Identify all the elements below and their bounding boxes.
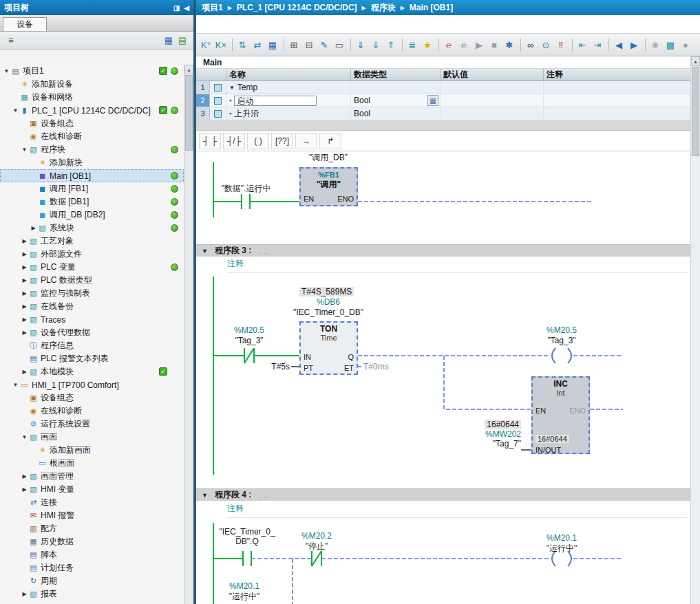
expander-open-icon[interactable]: ▼ [21, 434, 28, 440]
tree-item[interactable]: ◼调用 [FB1] [0, 182, 184, 195]
tree-item[interactable]: ▶▧PLC 数据类型 [0, 274, 184, 287]
expander-closed-icon[interactable]: ▶ [21, 264, 28, 270]
coil-tag-name[interactable]: "Tag_3" [534, 336, 589, 345]
expander-closed-icon[interactable]: ▶ [21, 486, 28, 493]
tree-item[interactable]: ◼数据 [DB1] [0, 195, 184, 208]
contact-tag-name-line2[interactable]: DB".Q [215, 537, 279, 546]
tree-item[interactable]: ✉HMI 报警 [0, 509, 184, 522]
tree-item[interactable]: ◉在线和诊断 [0, 405, 184, 418]
tree-item[interactable]: ⚙运行系统设置 [0, 418, 184, 431]
tab-devices[interactable]: 设备 [3, 17, 47, 31]
var-name-input[interactable]: 启动 [234, 96, 317, 106]
contact-tag-name-line1[interactable]: "IEC_Timer_0_ [215, 527, 279, 537]
scroll-up-icon[interactable]: ▲ [691, 56, 700, 66]
default-cell[interactable] [441, 107, 544, 120]
download-to-device-icon[interactable]: ⇓ [354, 37, 368, 52]
nc-contact-icon[interactable]: ┤/├ [223, 133, 245, 149]
editor-scrollbar[interactable]: ▲ [690, 56, 700, 604]
expander-closed-icon[interactable]: ▶ [21, 473, 28, 479]
tree-item[interactable]: ▦设备和网络 [0, 91, 184, 104]
tree-item[interactable]: ↻周期 [0, 574, 184, 587]
collapse-panel-icon[interactable]: ◀ [184, 4, 189, 12]
tree-item[interactable]: ▥配方 [0, 522, 184, 535]
expander-closed-icon[interactable]: ▶ [21, 251, 28, 257]
inc-block[interactable]: INC Int EN ENO 16#0644 IN/OUT [531, 376, 590, 454]
expander-closed-icon[interactable]: ▶ [21, 290, 28, 296]
expand-all-networks-icon[interactable]: ⊞ [287, 37, 301, 52]
network-collapse-icon[interactable]: ▼ [202, 248, 208, 255]
tree-item[interactable]: ▶▧外部源文件 [0, 248, 184, 261]
expander-open-icon[interactable]: ▼ [3, 68, 10, 74]
expander-closed-icon[interactable]: ▶ [30, 225, 37, 231]
tree-item[interactable]: ▶▧画面管理 [0, 470, 184, 483]
tree-scrollbar-thumb[interactable] [185, 75, 193, 151]
ladder-canvas[interactable]: "调用_DB" %FB1 "调用" EN ENO "数据".运行中 ▼ 程序段 … [196, 151, 690, 604]
contact-tag-name[interactable]: "Tag_3" [222, 336, 277, 345]
absolute-operands-icon[interactable]: K° [199, 37, 213, 52]
default-cell[interactable] [441, 81, 544, 94]
open-branch-icon[interactable]: → [295, 133, 317, 149]
collapse-all-networks-icon[interactable]: ⊟ [302, 37, 316, 52]
compile-icon[interactable]: ✱ [502, 37, 516, 52]
stop-cpu-icon[interactable]: ■ [487, 37, 501, 52]
force-values-icon[interactable]: ‼ [554, 37, 568, 52]
type-cell[interactable]: Bool ▦ [351, 94, 441, 107]
tree-item[interactable]: ▶▧报表 [0, 587, 184, 601]
coil-operand[interactable]: %M20.1 [534, 533, 589, 543]
tree-item[interactable]: ▶▧工艺对象 [0, 235, 184, 248]
contact-operand[interactable]: %M20.2 [289, 531, 344, 541]
tree-item[interactable]: ◼Main [OB1] [0, 169, 184, 182]
go-online-icon[interactable]: ℮ [442, 37, 456, 52]
expander-closed-icon[interactable]: ▶ [21, 303, 28, 310]
favorites-icon[interactable]: ★ [421, 37, 434, 52]
network-comment[interactable]: 注释 [227, 259, 244, 268]
renumber-networks-icon[interactable]: ⇅ [235, 37, 249, 52]
go-offline-icon[interactable]: ℮ [457, 37, 471, 52]
tree-item[interactable]: ▼▧程序块 [0, 143, 184, 156]
branch-contact-operand[interactable]: %M20.1 [217, 581, 272, 591]
symbolic-operands-icon[interactable]: K× [214, 37, 228, 52]
col-type-header[interactable]: 数据类型 [351, 69, 441, 80]
jump-to-start-icon[interactable]: ⇤ [575, 37, 589, 52]
coil-tag-name[interactable]: "运行中" [534, 543, 589, 553]
expander-closed-icon[interactable]: ▶ [21, 238, 28, 244]
table-row[interactable]: 1 ▼ Temp [196, 81, 700, 94]
name-cell[interactable]: ▪ 启动 [226, 94, 351, 107]
tree-item[interactable]: ✳添加新块 [0, 156, 184, 169]
access-protection-icon[interactable]: ※ [648, 37, 662, 52]
branch-contact-tag-name[interactable]: "运行中" [217, 592, 272, 601]
type-picker-button[interactable]: ▦ [427, 95, 438, 106]
tree-item[interactable]: ▶▧Traces [0, 313, 184, 326]
tree-item[interactable]: ▼▮PLC_1 [CPU 1214C DC/DC/DC]✓ [0, 104, 184, 117]
type-cell[interactable] [351, 81, 441, 94]
tree-item[interactable]: ▶▧在线备份 [0, 300, 184, 313]
expander-closed-icon[interactable]: ▶ [21, 591, 28, 597]
contact-operand-label[interactable]: "数据".运行中 [200, 184, 293, 193]
tree-item[interactable]: ▼▧画面 [0, 431, 184, 444]
expander-closed-icon[interactable]: ▶ [21, 277, 28, 283]
name-cell[interactable]: ▪ 上升沿 [226, 107, 351, 120]
tree-item[interactable]: ◼调用_DB [DB2] [0, 208, 184, 222]
previous-position-icon[interactable]: ◀ [612, 37, 626, 52]
breadcrumb-item[interactable]: 程序块 [371, 2, 396, 14]
contact-tag-name[interactable]: "停止" [289, 541, 344, 551]
tree-item[interactable]: ⇄连接 [0, 496, 184, 509]
comment-cell[interactable] [544, 94, 700, 107]
close-branch-icon[interactable]: ↱ [319, 133, 341, 149]
breadcrumb-item[interactable]: PLC_1 [CPU 1214C DC/DC/DC] [237, 3, 357, 12]
breadcrumb-item[interactable]: Main [OB1] [410, 3, 453, 12]
tree-item[interactable]: ▶▧系统块 [0, 222, 184, 235]
monitor-glasses-icon[interactable]: ∞ [524, 37, 538, 52]
no-contact-icon[interactable]: ┤ ├ [199, 133, 221, 149]
jump-to-end-icon[interactable]: ⇥ [591, 37, 604, 52]
scroll-up-icon[interactable]: ▲ [184, 65, 193, 74]
tree-item[interactable]: ▶▧PLC 变量 [0, 261, 184, 274]
rewire-operands-icon[interactable]: ⇄ [251, 37, 264, 52]
expander-closed-icon[interactable]: ▶ [21, 316, 28, 323]
default-cell[interactable] [441, 94, 544, 107]
expander-closed-icon[interactable]: ▶ [21, 369, 28, 375]
network-header[interactable]: ▼ 程序段 4 : .... [196, 488, 690, 501]
type-cell[interactable]: Bool [351, 107, 441, 120]
insert-empty-box-icon[interactable]: ▭ [332, 37, 346, 52]
table-splitter[interactable] [196, 120, 700, 131]
